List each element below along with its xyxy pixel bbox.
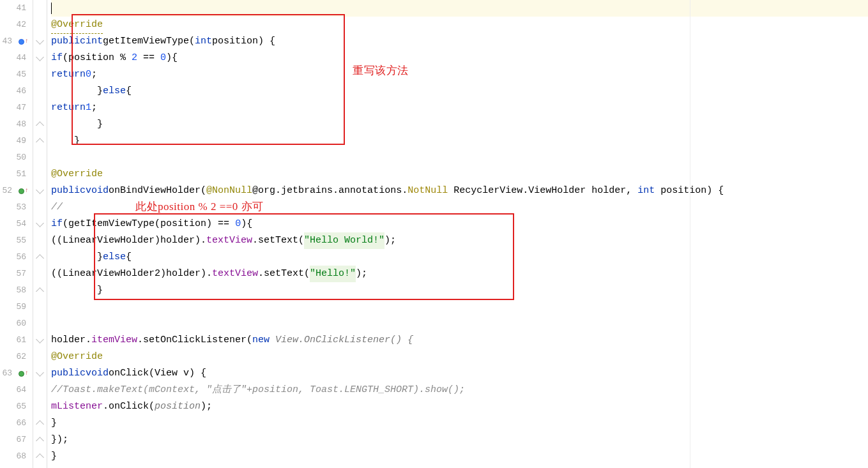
line-number[interactable]: 64 <box>0 382 29 398</box>
line-number[interactable]: 61 <box>0 332 29 349</box>
keyword: if <box>51 216 63 232</box>
code-line[interactable]: } <box>51 133 868 149</box>
keyword: return <box>51 66 86 83</box>
line-number[interactable]: 53 <box>0 199 29 216</box>
fold-gutter <box>33 0 47 468</box>
fold-icon[interactable] <box>36 254 44 262</box>
line-number[interactable]: 66 <box>0 415 29 432</box>
annotation: @Override <box>51 349 103 365</box>
brace: } <box>51 415 57 432</box>
line-number[interactable]: 48 <box>0 116 29 133</box>
line-number[interactable]: 51 <box>0 166 29 183</box>
arrow-up-icon: ↑ <box>25 33 29 50</box>
fold-icon[interactable] <box>36 453 44 462</box>
op: == <box>137 50 160 66</box>
method-call: .setOnClickListener( <box>137 332 252 349</box>
punct: ); <box>356 266 367 282</box>
line-number[interactable]: 50 <box>0 149 29 166</box>
keyword: return <box>51 100 86 116</box>
method-call: .setText( <box>252 232 304 249</box>
code-line[interactable]: holder.itemView.setOnClickListener(new V… <box>51 332 868 349</box>
line-number[interactable]: 67 <box>0 432 29 448</box>
code-line[interactable]: @Override <box>51 17 868 33</box>
op: % <box>114 50 132 66</box>
code-line[interactable]: public void onClick(View v) { <box>51 365 868 382</box>
code-line[interactable]: ((LinearViewHolder2)holder).textView.set… <box>51 266 868 282</box>
expr: ((LinearViewHolder)holder). <box>51 232 206 249</box>
code-line[interactable]: mListener.onClick(position); <box>51 398 868 415</box>
line-number[interactable]: 42 <box>0 17 29 33</box>
code-line[interactable]: public int getItemViewType(int position)… <box>51 33 868 50</box>
code-line[interactable]: return 1; <box>51 100 868 116</box>
code-line[interactable]: //Toast.makeText(mContext, "点击了"+positio… <box>51 382 868 398</box>
code-line[interactable]: } <box>51 116 868 133</box>
line-number[interactable]: 56 <box>0 249 29 266</box>
code-line[interactable]: if(getItemViewType(position) == 0){ <box>51 216 868 232</box>
code-line[interactable] <box>51 315 868 332</box>
var: position <box>160 216 206 232</box>
brace: }); <box>51 432 68 448</box>
code-line[interactable]: } <box>51 282 868 299</box>
line-number[interactable]: 52 ↑ <box>0 183 29 199</box>
line-number[interactable]: 43 ↑ <box>0 33 29 50</box>
code-line[interactable]: @Override <box>51 349 868 365</box>
line-number[interactable]: 46 <box>0 83 29 100</box>
line-number[interactable]: 59 <box>0 299 29 315</box>
code-line[interactable] <box>51 0 868 17</box>
params: (View v) { <box>149 365 206 382</box>
line-number[interactable]: 65 <box>0 398 29 415</box>
fold-icon[interactable] <box>36 437 44 445</box>
line-number[interactable]: 41 <box>0 0 29 17</box>
fold-icon[interactable] <box>36 186 44 194</box>
params: RecyclerView.ViewHolder holder, <box>448 183 637 199</box>
field: textView <box>206 232 252 249</box>
line-number[interactable]: 45 <box>0 66 29 83</box>
code-area[interactable]: 重写该方法 此处position % 2 ==0 亦可 @Override pu… <box>47 0 868 468</box>
fold-icon[interactable] <box>36 420 44 428</box>
code-line[interactable] <box>51 299 868 315</box>
code-line[interactable]: } <box>51 448 868 465</box>
override-gutter-icon[interactable] <box>19 371 24 377</box>
line-number[interactable]: 44 <box>0 50 29 66</box>
string: "Hello World!" <box>304 232 385 249</box>
right-margin-guide <box>690 0 690 468</box>
code-line[interactable]: @Override <box>51 166 868 183</box>
fold-icon[interactable] <box>36 121 44 130</box>
method-name: onBindViewHolder <box>109 183 201 199</box>
keyword: int <box>637 183 655 199</box>
fold-icon[interactable] <box>36 138 44 146</box>
code-line[interactable]: return 0; <box>51 66 868 83</box>
code-line[interactable]: // <box>51 199 868 216</box>
fold-icon[interactable] <box>36 53 44 61</box>
code-line[interactable] <box>51 149 868 166</box>
annotation: NotNull <box>407 183 448 199</box>
method-call: .onClick( <box>103 398 155 415</box>
line-number[interactable]: 49 <box>0 133 29 149</box>
line-number[interactable]: 54 <box>0 216 29 232</box>
line-number[interactable]: 63 ↑ <box>0 365 29 382</box>
code-line[interactable]: public void onBindViewHolder(@NonNull @o… <box>51 183 868 199</box>
line-number[interactable]: 58 <box>0 282 29 299</box>
fold-icon[interactable] <box>36 219 44 227</box>
code-line[interactable]: }else{ <box>51 249 868 266</box>
line-number[interactable]: 68 <box>0 448 29 465</box>
override-gutter-icon[interactable] <box>19 39 24 45</box>
code-line[interactable]: } <box>51 415 868 432</box>
line-number[interactable]: 57 <box>0 266 29 282</box>
fold-icon[interactable] <box>36 287 44 296</box>
expr: ((LinearViewHolder2)holder). <box>51 266 212 282</box>
keyword: int <box>195 33 212 50</box>
fold-icon[interactable] <box>36 36 44 45</box>
line-number[interactable]: 55 <box>0 232 29 249</box>
override-gutter-icon[interactable] <box>19 188 24 194</box>
fold-icon[interactable] <box>36 368 44 377</box>
line-number[interactable]: 60 <box>0 315 29 332</box>
code-line[interactable]: }else{ <box>51 83 868 100</box>
line-number[interactable]: 47 <box>0 100 29 116</box>
line-number[interactable]: 62 <box>0 349 29 365</box>
code-line[interactable]: }); <box>51 432 868 448</box>
package: @org.jetbrains.annotations. <box>252 183 407 199</box>
code-line[interactable]: ((LinearViewHolder)holder).textView.setT… <box>51 232 868 249</box>
code-line[interactable]: if(position % 2 == 0){ <box>51 50 868 66</box>
fold-icon[interactable] <box>36 335 44 343</box>
